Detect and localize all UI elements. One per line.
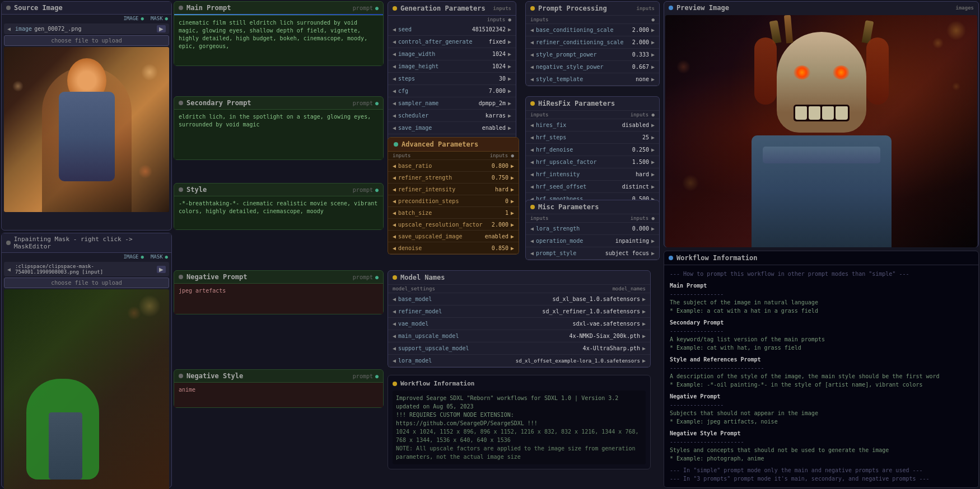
- hrf-seed-offset-cr[interactable]: ▶: [651, 184, 655, 190]
- hrf-denoise-cl[interactable]: ◀: [530, 147, 534, 153]
- secondary-prompt-text[interactable]: eldritch lich, in the spotlight on a sta…: [174, 109, 383, 159]
- batch-cl[interactable]: ◀: [393, 210, 396, 216]
- neg-style-power-cl[interactable]: ◀: [530, 64, 534, 70]
- misc-inputs-row: inputs inputs ●: [526, 214, 659, 223]
- lora-model-cl[interactable]: ◀: [393, 358, 396, 364]
- hrf-intensity-cr[interactable]: ▶: [651, 171, 655, 177]
- seed-chevron-right[interactable]: ▶: [508, 26, 511, 32]
- style-template-cr[interactable]: ▶: [651, 76, 655, 82]
- seed-chevron-left[interactable]: ◀: [393, 26, 396, 32]
- negative-style-label: prompt: [353, 373, 373, 379]
- negative-prompt-text[interactable]: jpeg artefacts: [174, 283, 383, 314]
- hrf-intensity-cl[interactable]: ◀: [530, 171, 534, 177]
- seed-value: 4815102342: [472, 26, 506, 32]
- save-upscaled-cl[interactable]: ◀: [393, 233, 396, 239]
- denoise-cl[interactable]: ◀: [393, 245, 396, 251]
- source-upload-btn[interactable]: choose file to upload: [4, 35, 169, 46]
- neg-style-power-cr[interactable]: ▶: [651, 64, 655, 70]
- hrf-denoise-cr[interactable]: ▶: [651, 147, 655, 153]
- misc-inputs-right: inputs ●: [631, 215, 655, 221]
- sampler-chevron-right[interactable]: ▶: [508, 100, 511, 106]
- base-model-cr[interactable]: ▶: [642, 296, 646, 302]
- hrf-upscale-cl[interactable]: ◀: [530, 159, 534, 165]
- inpainting-mask-dot: ●: [165, 254, 168, 260]
- height-chevron-right[interactable]: ▶: [508, 63, 511, 69]
- save-upscaled-cr[interactable]: ▶: [511, 233, 514, 239]
- cfg-chevron-right[interactable]: ▶: [508, 88, 511, 94]
- base-ratio-cr[interactable]: ▶: [511, 163, 514, 169]
- cfg-name: cfg: [398, 88, 489, 94]
- width-chevron-left[interactable]: ◀: [393, 51, 396, 57]
- base-model-cl[interactable]: ◀: [393, 296, 396, 302]
- base-cond-cr[interactable]: ▶: [651, 27, 655, 33]
- scheduler-chevron-left[interactable]: ◀: [393, 112, 396, 119]
- sampler-chevron-left[interactable]: ◀: [393, 100, 396, 106]
- height-chevron-left[interactable]: ◀: [393, 63, 396, 69]
- vae-model-cr[interactable]: ▶: [642, 321, 646, 327]
- precondition-cr[interactable]: ▶: [511, 198, 514, 204]
- operation-mode-cl[interactable]: ◀: [530, 238, 534, 244]
- prompt-style-cr[interactable]: ▶: [651, 250, 655, 256]
- lora-strength-cl[interactable]: ◀: [530, 225, 534, 232]
- height-value: 1024: [492, 63, 506, 69]
- save-image-chevron-right[interactable]: ▶: [508, 125, 511, 131]
- refiner-strength-cl[interactable]: ◀: [393, 175, 396, 181]
- refiner-cond-cl[interactable]: ◀: [530, 39, 534, 45]
- hrf-upscale-cr[interactable]: ▶: [651, 159, 655, 165]
- style-text[interactable]: -*-breathtaking-*- cinematic realistic m…: [174, 196, 383, 229]
- refiner-intensity-cl[interactable]: ◀: [393, 186, 396, 192]
- batch-cr[interactable]: ▶: [511, 210, 514, 216]
- style-power-cl[interactable]: ◀: [530, 51, 534, 58]
- model-main-upscale: ◀ main_upscale_model 4x-NMKD-Siax_200k.p…: [388, 330, 650, 342]
- pp-style-power: ◀ style_prompt_power 0.333 ▶: [526, 49, 659, 61]
- refiner-cond-name: refiner_conditioning_scale: [536, 39, 632, 45]
- precondition-cl[interactable]: ◀: [393, 198, 396, 204]
- refiner-cond-value: 2.000: [632, 39, 649, 45]
- cfg-chevron-left[interactable]: ◀: [393, 88, 396, 94]
- prompt-processing-dot: [530, 6, 535, 11]
- lora-model-cr[interactable]: ▶: [642, 358, 646, 364]
- main-upscale-cl[interactable]: ◀: [393, 333, 396, 339]
- main-upscale-cr[interactable]: ▶: [642, 333, 646, 339]
- source-arrow-btn[interactable]: ▶: [157, 25, 166, 32]
- base-cond-cl[interactable]: ◀: [530, 27, 534, 33]
- param-control: ◀ control_after_generate fixed ▶: [388, 36, 516, 48]
- operation-mode-cr[interactable]: ▶: [651, 238, 655, 244]
- support-upscale-cr[interactable]: ▶: [642, 345, 646, 351]
- right-workflow-header: Workflow Information: [664, 251, 978, 265]
- vae-model-cl[interactable]: ◀: [393, 321, 396, 327]
- hrf-seed-offset-value: distinct: [622, 184, 649, 190]
- control-chevron-right[interactable]: ▶: [508, 39, 511, 45]
- base-ratio-cl[interactable]: ◀: [393, 163, 396, 169]
- upscale-factor-cr[interactable]: ▶: [511, 222, 514, 228]
- style-power-cr[interactable]: ▶: [651, 51, 655, 58]
- negative-style-text[interactable]: anime: [174, 382, 383, 407]
- refiner-intensity-cr[interactable]: ▶: [511, 186, 514, 192]
- hrf-steps-cr[interactable]: ▶: [651, 134, 655, 140]
- refiner-strength-cr[interactable]: ▶: [511, 175, 514, 181]
- denoise-cr[interactable]: ▶: [511, 245, 514, 251]
- hires-fix-cl[interactable]: ◀: [530, 122, 534, 128]
- inpainting-upload-btn[interactable]: choose file to upload: [4, 278, 169, 288]
- hrf-seed-offset-cl[interactable]: ◀: [530, 184, 534, 190]
- lora-strength-cr[interactable]: ▶: [651, 225, 655, 232]
- save-image-chevron-left[interactable]: ◀: [393, 125, 396, 131]
- style-template-cl[interactable]: ◀: [530, 76, 534, 82]
- main-prompt-text[interactable]: cinematic film still eldritch lich surro…: [174, 15, 383, 65]
- inpainting-arrow-btn[interactable]: ▶: [157, 266, 166, 273]
- hires-fix-cr[interactable]: ▶: [651, 122, 655, 128]
- refiner-model-cr[interactable]: ▶: [642, 308, 646, 314]
- steps-chevron-left[interactable]: ◀: [393, 76, 396, 82]
- steps-chevron-right[interactable]: ▶: [508, 76, 511, 82]
- support-upscale-cl[interactable]: ◀: [393, 345, 396, 351]
- prompt-style-cl[interactable]: ◀: [530, 250, 534, 256]
- hrf-steps-cl[interactable]: ◀: [530, 134, 534, 140]
- refiner-model-cl[interactable]: ◀: [393, 308, 396, 314]
- rw-footer2: --- In "3 prompts" prompt mode it's main…: [670, 474, 973, 483]
- refiner-cond-cr[interactable]: ▶: [651, 39, 655, 45]
- width-chevron-right[interactable]: ▶: [508, 51, 511, 57]
- upscale-factor-cl[interactable]: ◀: [393, 222, 396, 228]
- scheduler-chevron-right[interactable]: ▶: [508, 112, 511, 119]
- control-chevron-left[interactable]: ◀: [393, 39, 396, 45]
- misc-params-title: Misc Parameters: [538, 203, 599, 211]
